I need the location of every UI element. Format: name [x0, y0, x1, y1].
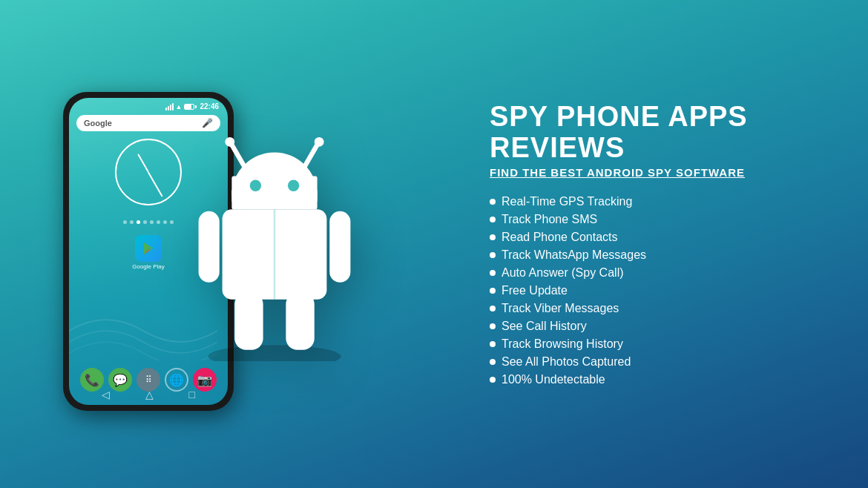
- feature-item: 100% Undetectable: [490, 373, 831, 386]
- bullet-dot: [490, 288, 496, 294]
- feature-item: Real-Time GPS Tracking: [490, 195, 831, 208]
- feature-item: Track Phone SMS: [490, 213, 831, 226]
- google-play-icon: [135, 235, 162, 262]
- bullet-dot: [490, 359, 496, 365]
- time-display: 22:46: [200, 102, 219, 111]
- bullet-dot: [490, 252, 496, 258]
- feature-text-3: Track WhatsApp Messages: [502, 248, 646, 262]
- svg-rect-10: [199, 211, 220, 283]
- recents-button[interactable]: □: [189, 389, 195, 400]
- feature-text-1: Track Phone SMS: [502, 213, 597, 226]
- svg-point-4: [315, 137, 324, 147]
- feature-text-0: Real-Time GPS Tracking: [502, 195, 632, 208]
- battery-icon: [184, 104, 194, 110]
- google-play-label: Google Play: [132, 263, 165, 270]
- signal-bars-icon: [165, 103, 174, 111]
- feature-item: Free Update: [490, 284, 831, 297]
- nav-dot: [130, 220, 134, 224]
- feature-item: Read Phone Contacts: [490, 231, 831, 244]
- bullet-dot: [490, 323, 496, 329]
- nav-dot: [170, 220, 174, 224]
- nav-dot: [143, 220, 147, 224]
- phone-nav-bar: ◁ △ □: [69, 386, 228, 402]
- feature-item: See Call History: [490, 320, 831, 333]
- feature-text-7: See Call History: [502, 320, 587, 333]
- feature-text-5: Free Update: [502, 284, 568, 297]
- feature-text-8: Track Browsing History: [502, 337, 623, 351]
- bullet-dot: [490, 199, 496, 205]
- clock-minute-hand: [148, 172, 162, 197]
- bullet-dot: [490, 306, 496, 311]
- nav-dot-active: [137, 220, 140, 224]
- feature-item: See All Photos Captured: [490, 355, 831, 369]
- svg-point-2: [225, 137, 234, 147]
- nav-dot: [157, 220, 160, 224]
- google-label: Google: [84, 119, 112, 128]
- bullet-dot: [490, 377, 496, 383]
- features-list: Real-Time GPS Tracking Track Phone SMS R…: [490, 195, 831, 386]
- nav-dot: [150, 220, 154, 224]
- app-container: ▲ 22:46 Google 🎤: [0, 0, 868, 488]
- svg-rect-13: [286, 293, 314, 350]
- feature-text-2: Read Phone Contacts: [502, 231, 618, 244]
- svg-point-0: [208, 345, 341, 361]
- android-mascot: [178, 124, 371, 364]
- apps-grid-icon: ⠿: [145, 375, 152, 385]
- phone-status-bar: ▲ 22:46: [69, 98, 228, 112]
- bullet-dot: [490, 234, 496, 240]
- bullet-dot: [490, 217, 496, 222]
- back-button[interactable]: ◁: [102, 389, 110, 400]
- svg-rect-11: [329, 211, 350, 283]
- clock-face: [115, 139, 182, 205]
- main-title: SPY PHONE APPS REVIEWS: [490, 102, 831, 164]
- svg-point-8: [288, 180, 299, 191]
- android-robot-svg: [178, 124, 371, 361]
- feature-text-10: 100% Undetectable: [502, 373, 605, 386]
- home-button[interactable]: △: [145, 389, 154, 400]
- google-play-icon-item[interactable]: Google Play: [131, 235, 166, 270]
- right-section: SPY PHONE APPS REVIEWS FIND THE BEST AND…: [475, 0, 868, 488]
- sub-title: FIND THE BEST ANDROID SPY SOFTWARE: [490, 166, 831, 179]
- messages-icon: 💬: [113, 373, 128, 387]
- feature-item: Track Browsing History: [490, 337, 831, 351]
- feature-text-6: Track Viber Messages: [502, 302, 619, 315]
- bullet-dot: [490, 341, 496, 347]
- feature-item: Track WhatsApp Messages: [490, 248, 831, 262]
- svg-rect-12: [234, 293, 263, 350]
- feature-text-4: Auto Answer (Spy Call): [502, 266, 624, 280]
- clock-hour-hand: [137, 154, 149, 172]
- camera-icon: 📷: [197, 373, 212, 387]
- feature-item: Track Viber Messages: [490, 302, 831, 315]
- nav-dot: [123, 220, 127, 224]
- nav-dot: [163, 220, 167, 224]
- bullet-dot: [490, 270, 496, 276]
- call-icon: 📞: [85, 373, 99, 387]
- svg-point-7: [250, 180, 261, 191]
- svg-rect-6: [231, 191, 317, 202]
- feature-item: Auto Answer (Spy Call): [490, 266, 831, 280]
- wifi-icon: ▲: [176, 103, 183, 111]
- status-icons: ▲ 22:46: [165, 102, 220, 111]
- feature-text-9: See All Photos Captured: [502, 355, 631, 369]
- chrome-icon: 🌐: [169, 373, 184, 387]
